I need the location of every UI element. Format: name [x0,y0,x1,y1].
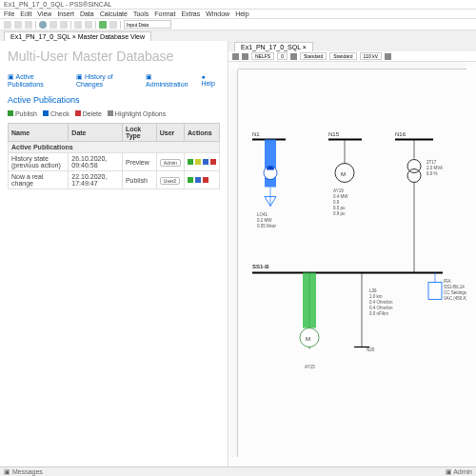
menu-window[interactable]: Window [206,10,229,17]
diagram-tabbar: Ex1_PN_17_0_SQL × [228,41,476,51]
grid-icon[interactable] [290,53,297,60]
action-delete[interactable]: Delete [75,110,102,117]
std2-select[interactable]: Standard [329,52,356,60]
open-icon[interactable] [14,21,22,29]
act-view-icon[interactable] [203,159,208,165]
pan-icon[interactable] [242,53,248,60]
act-edit-icon[interactable] [195,159,201,165]
mot1-r: 0.9 pu [333,211,346,216]
trf-s: 2.0 MVA [426,166,443,170]
col-user[interactable]: User [156,124,184,142]
master-db-pane: Multi-User Master Database ▣ Active Publ… [0,41,228,466]
menubar: File Edit View Insert Data Calculate Too… [0,10,476,19]
single-line-diagram[interactable]: N1 N15 N16 LO41 0.2 MW 0.05 Mvar M AY19 [238,69,466,457]
section-title: Active Publications [8,95,220,105]
table-group[interactable]: Active Publications [9,142,220,153]
tab-diagram[interactable]: Ex1_PN_17_0_SQL × [234,42,313,51]
act-publish-icon[interactable] [188,177,193,183]
pointer-icon[interactable] [232,53,239,60]
undo-icon[interactable] [74,21,82,29]
std1-select[interactable]: Standard [300,52,327,60]
input-data-field[interactable] [124,20,171,29]
ied-vac: VAC (450 A) [444,296,466,301]
menu-tools[interactable]: Tools [133,10,149,17]
menu-insert[interactable]: Insert [57,10,74,17]
nav-history[interactable]: ▣ History of Changes [76,73,138,88]
menu-edit[interactable]: Edit [20,10,31,17]
step-select[interactable]: 0 [277,52,288,60]
layers-icon[interactable] [385,53,391,60]
trf-uk: 6.0 % [426,171,438,176]
action-bar: Publish Check Delete Highlight Options [8,110,220,117]
line-len: 1.0 km [369,294,383,299]
col-lock[interactable]: Lock Type [122,124,156,142]
label-gen: AY15 [305,365,315,369]
menu-data[interactable]: Data [80,10,94,17]
menu-file[interactable]: File [4,10,14,17]
document-tabbar: Ex1_PN_17_0_SQL × Master Database View [0,30,476,41]
label-n15: N15 [328,131,340,137]
diagram-pane: Ex1_PN_17_0_SQL × NELFS 0 Standard Stand… [228,41,476,466]
load-q: 0.05 Mvar [257,224,277,228]
line-c: 0.0 nF/km [369,311,388,316]
line-name: L36 [369,288,377,293]
table-row[interactable]: Now a real change 22.10.2020, 17:49:47 P… [9,171,220,189]
highlight-n1[interactable] [265,140,276,188]
voltage-select[interactable]: 110 kV [360,52,383,60]
paste-icon[interactable] [60,21,68,29]
action-publish[interactable]: Publish [8,110,37,117]
line-x: 0.4 Ohm/km [369,306,393,310]
row-actions [188,177,216,183]
mot1-s: 9.5 pu [333,206,346,210]
status-user: ▣ Admin [446,468,472,476]
new-icon[interactable] [4,21,11,29]
menu-calculate[interactable]: Calculate [100,10,128,17]
act-delete-icon[interactable] [210,159,216,165]
mot1-name: AY19 [333,188,344,193]
action-check[interactable]: Check [43,110,69,117]
ied-symbol[interactable] [428,283,442,300]
label-ss1b: SS1-B [252,264,269,269]
zoom-icon[interactable] [109,21,117,29]
ruler-vertical [230,69,238,457]
nav-active-pub[interactable]: ▣ Active Publications [8,73,69,88]
save-icon[interactable] [25,21,32,29]
act-view-icon[interactable] [195,177,201,183]
method-select[interactable]: NELFS [251,52,274,60]
copy-icon[interactable] [50,21,57,29]
table-row[interactable]: History state (previous action) 26.10.20… [9,153,220,171]
calc-icon[interactable] [99,21,107,29]
col-name[interactable]: Name [9,124,69,142]
svg-text:M: M [306,336,310,342]
run-icon[interactable] [39,21,47,29]
col-date[interactable]: Date [69,124,123,142]
redo-icon[interactable] [85,21,92,29]
col-actions[interactable]: Actions [184,124,219,142]
nav-admin[interactable]: ▣ Administration [146,73,193,88]
menu-view[interactable]: View [37,10,51,17]
toolbar-main [0,19,476,30]
act-publish-icon[interactable] [188,159,193,165]
status-messages[interactable]: ▣ Messages [4,468,43,476]
user-btn[interactable]: User2 [160,177,180,185]
user-btn[interactable]: Admin [160,159,181,167]
mot1-p: 0.4 MW [333,194,348,199]
tab-master-db[interactable]: Ex1_PN_17_0_SQL × Master Database View [4,31,151,41]
page-title: Multi-User Master Database [8,49,220,64]
load-name: LO41 [257,212,268,217]
trf-secondary[interactable] [407,169,421,183]
svg-text:M: M [341,171,346,177]
label-n16: N16 [395,131,407,137]
label-n1: N1 [252,131,260,137]
nav-help[interactable]: ● Help [201,73,220,88]
menu-help[interactable]: Help [235,10,248,17]
menu-format[interactable]: Format [154,10,175,17]
diagram-toolbar: NELFS 0 Standard Standard 110 kV [228,51,476,62]
load-p: 0.2 MW [257,218,272,223]
act-delete-icon[interactable] [203,177,208,183]
ied-ref: SS1-B/L14 [444,285,465,289]
highlight-line[interactable] [303,273,316,328]
publications-table: Name Date Lock Type User Actions Active … [8,123,220,189]
menu-extras[interactable]: Extras [181,10,200,17]
action-highlight[interactable]: Highlight Options [108,110,166,117]
